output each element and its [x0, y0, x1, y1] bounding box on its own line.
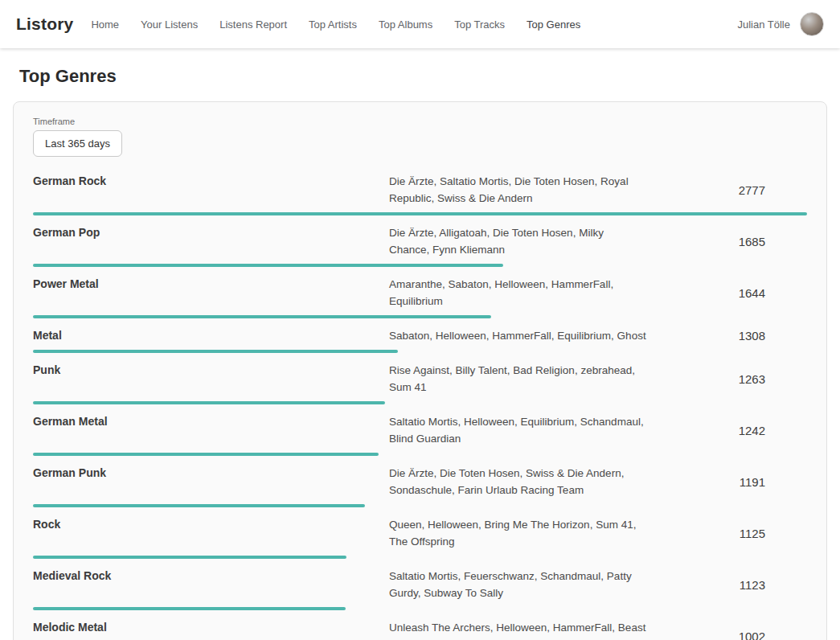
genre-row-content: German Pop Die Ärzte, Alligatoah, Die To… — [33, 224, 807, 258]
genre-bar-track — [33, 264, 807, 267]
timeframe-select[interactable]: Last 365 days — [33, 130, 122, 157]
genre-row: Medieval Rock Saltatio Mortis, Feuerschw… — [33, 568, 807, 610]
genre-artists: Saltatio Mortis, Feuerschwanz, Schandmau… — [389, 568, 646, 601]
genre-count: 2777 — [686, 183, 807, 197]
genre-name: Power Metal — [33, 276, 389, 290]
genre-count: 1242 — [686, 424, 807, 437]
nav-item-top-albums[interactable]: Top Albums — [379, 18, 432, 31]
genre-bar-fill — [33, 401, 385, 404]
genre-artists: Saltatio Mortis, Helloween, Equilibrium,… — [389, 413, 646, 447]
genre-row: German Metal Saltatio Mortis, Helloween,… — [33, 413, 807, 456]
genre-count: 1308 — [686, 329, 807, 343]
genre-bar-fill — [33, 212, 807, 215]
genre-row: Rock Queen, Helloween, Bring Me The Hori… — [33, 516, 807, 559]
genre-artists: Unleash The Archers, Helloween, HammerFa… — [389, 619, 646, 640]
genre-bar-track — [33, 556, 807, 559]
user-avatar-icon[interactable] — [800, 12, 824, 36]
genre-row-content: Rock Queen, Helloween, Bring Me The Hori… — [33, 516, 807, 550]
genre-bar-fill — [33, 264, 503, 267]
timeframe-label: Timeframe — [33, 117, 807, 126]
genre-bar-fill — [33, 350, 398, 353]
genre-artists: Sabaton, Helloween, HammerFall, Equilibr… — [389, 327, 646, 344]
main-content: Top Genres Timeframe Last 365 days Germa… — [0, 66, 840, 640]
genre-name: Melodic Metal — [33, 619, 389, 634]
genre-bar-track — [33, 607, 807, 610]
genre-artists: Queen, Helloween, Bring Me The Horizon, … — [389, 516, 646, 550]
genre-bar-track — [33, 315, 807, 318]
genre-row-content: Medieval Rock Saltatio Mortis, Feuerschw… — [33, 568, 807, 601]
genre-row: Melodic Metal Unleash The Archers, Hello… — [33, 619, 807, 640]
genre-bar-track — [33, 350, 807, 353]
genre-row: Metal Sabaton, Helloween, HammerFall, Eq… — [33, 327, 807, 353]
user-name[interactable]: Julian Tölle — [737, 18, 790, 31]
genre-name: German Pop — [33, 224, 389, 239]
genre-count: 1685 — [686, 235, 807, 248]
genre-name: Punk — [33, 362, 389, 376]
genre-artists: Die Ärzte, Alligatoah, Die Toten Hosen, … — [389, 224, 646, 258]
genre-bar-track — [33, 212, 807, 215]
genre-row-content: German Rock Die Ärzte, Saltatio Mortis, … — [33, 173, 807, 207]
genre-bar-track — [33, 401, 807, 404]
genre-name: German Punk — [33, 465, 389, 479]
nav-item-your-listens[interactable]: Your Listens — [141, 18, 198, 31]
nav-item-top-artists[interactable]: Top Artists — [309, 18, 357, 31]
genre-bar-fill — [33, 504, 365, 507]
nav-item-top-genres[interactable]: Top Genres — [527, 18, 580, 31]
genre-table-body: German Rock Die Ärzte, Saltatio Mortis, … — [33, 173, 807, 640]
genre-artists: Rise Against, Billy Talent, Bad Religion… — [389, 362, 646, 396]
genre-bar-fill — [33, 556, 346, 559]
genre-count: 1123 — [686, 578, 807, 592]
genre-bar-track — [33, 504, 807, 507]
genre-count: 1644 — [686, 286, 807, 300]
genre-artists: Die Ärzte, Die Toten Hosen, Swiss & Die … — [389, 465, 646, 498]
genre-row-content: German Punk Die Ärzte, Die Toten Hosen, … — [33, 465, 807, 498]
genre-count: 1263 — [686, 372, 807, 386]
genre-row-content: Melodic Metal Unleash The Archers, Hello… — [33, 619, 807, 640]
genre-name: German Metal — [33, 413, 389, 428]
genre-name: Medieval Rock — [33, 568, 389, 582]
nav-item-listens-report[interactable]: Listens Report — [219, 18, 287, 31]
page-title: Top Genres — [19, 66, 821, 87]
genre-name: German Rock — [33, 173, 389, 187]
genre-count: 1002 — [686, 630, 807, 640]
genre-row: Punk Rise Against, Billy Talent, Bad Rel… — [33, 362, 807, 404]
genre-count: 1191 — [686, 475, 807, 489]
top-genres-card: Timeframe Last 365 days German Rock Die … — [13, 101, 827, 640]
genre-row-content: Metal Sabaton, Helloween, HammerFall, Eq… — [33, 327, 807, 344]
genre-bar-fill — [33, 607, 346, 610]
genre-bar-fill — [33, 315, 491, 318]
genre-bar-track — [33, 453, 807, 456]
app-logo[interactable]: Listory — [16, 14, 73, 34]
genre-row: German Rock Die Ärzte, Saltatio Mortis, … — [33, 173, 807, 215]
genre-name: Metal — [33, 327, 389, 342]
genre-row-content: German Metal Saltatio Mortis, Helloween,… — [33, 413, 807, 447]
nav-item-top-tracks[interactable]: Top Tracks — [454, 18, 505, 31]
genre-bar-fill — [33, 453, 379, 456]
nav-item-home[interactable]: Home — [91, 18, 119, 31]
nav-user-area: Julian Tölle — [737, 12, 824, 36]
genre-row: German Pop Die Ärzte, Alligatoah, Die To… — [33, 224, 807, 267]
genre-count: 1125 — [686, 527, 807, 540]
genre-artists: Amaranthe, Sabaton, Helloween, HammerFal… — [389, 276, 646, 310]
top-nav: Listory HomeYour ListensListens ReportTo… — [0, 0, 840, 48]
nav-items: HomeYour ListensListens ReportTop Artist… — [91, 18, 737, 31]
genre-row-content: Punk Rise Against, Billy Talent, Bad Rel… — [33, 362, 807, 396]
genre-name: Rock — [33, 516, 389, 531]
genre-row-content: Power Metal Amaranthe, Sabaton, Hellowee… — [33, 276, 807, 310]
genre-row: Power Metal Amaranthe, Sabaton, Hellowee… — [33, 276, 807, 318]
genre-row: German Punk Die Ärzte, Die Toten Hosen, … — [33, 465, 807, 507]
genre-artists: Die Ärzte, Saltatio Mortis, Die Toten Ho… — [389, 173, 646, 207]
